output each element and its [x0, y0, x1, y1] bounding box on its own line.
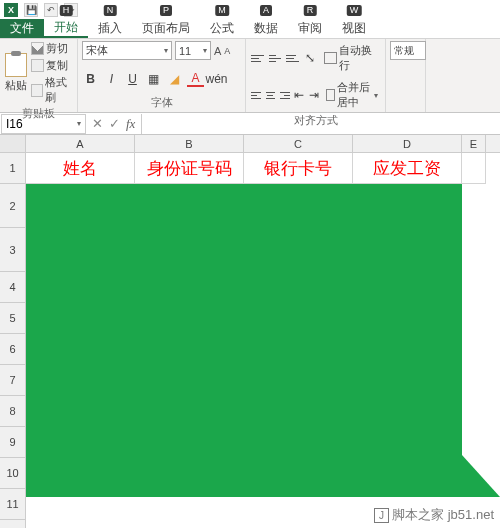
- name-box-value: I16: [6, 117, 23, 131]
- chevron-down-icon: ▾: [77, 119, 81, 128]
- col-header-D[interactable]: D: [353, 135, 462, 152]
- cut-button[interactable]: 剪切: [31, 41, 73, 56]
- cell-C1[interactable]: 银行卡号: [244, 153, 353, 184]
- select-all-corner[interactable]: [0, 135, 26, 152]
- format-painter-button[interactable]: 格式刷: [31, 75, 73, 105]
- watermark-logo-icon: J: [374, 508, 389, 523]
- insert-function-button[interactable]: fx: [126, 116, 135, 132]
- spreadsheet-grid: A B C D E 1 2 3 4 5 6 7 8 9 10 11 12 姓名 …: [0, 135, 500, 528]
- orientation-button[interactable]: ⤡: [303, 50, 318, 67]
- fill-color-button[interactable]: ◢: [166, 70, 183, 87]
- watermark-url: jb51.net: [448, 507, 494, 522]
- cancel-formula-button[interactable]: ✕: [92, 116, 103, 131]
- row-header-12[interactable]: 12: [0, 520, 26, 528]
- ribbon-tabs: 文件 开始H 插入N 页面布局P 公式M 数据A 审阅R 视图W: [0, 19, 500, 39]
- ribbon: 粘贴 剪切 复制 格式刷 剪贴板 宋体▾ 11▾ A A B I U ▦ ◢ A…: [0, 39, 500, 113]
- paste-button[interactable]: 粘贴: [4, 53, 28, 93]
- tab-data[interactable]: 数据A: [244, 19, 288, 38]
- copy-icon: [31, 59, 44, 72]
- row-header-2[interactable]: 2: [0, 184, 26, 228]
- italic-button[interactable]: I: [103, 70, 120, 87]
- group-alignment: ⤡ 自动换行 ⇤ ⇥ 合并后居中▾ 对齐方式: [246, 39, 386, 112]
- watermark: J脚本之家 jb51.net: [374, 506, 494, 524]
- align-left-button[interactable]: [250, 88, 262, 102]
- chevron-down-icon: ▾: [374, 91, 378, 100]
- row-header-5[interactable]: 5: [0, 303, 26, 334]
- tab-home[interactable]: 开始H: [44, 19, 88, 38]
- quick-save-button[interactable]: 💾: [24, 3, 38, 17]
- row-header-4[interactable]: 4: [0, 272, 26, 303]
- font-color-button[interactable]: A: [187, 70, 204, 87]
- tab-layout[interactable]: 页面布局P: [132, 19, 200, 38]
- tab-insert[interactable]: 插入N: [88, 19, 132, 38]
- cell-B1[interactable]: 身份证号码: [135, 153, 244, 184]
- align-center-button[interactable]: [265, 88, 277, 102]
- row-header-1[interactable]: 1: [0, 153, 26, 184]
- watermark-site: 脚本之家: [392, 507, 444, 522]
- merge-icon: [326, 89, 336, 101]
- row-header-8[interactable]: 8: [0, 396, 26, 427]
- cell-E1[interactable]: [462, 153, 486, 184]
- phonetic-button[interactable]: wén: [208, 70, 225, 87]
- row-header-3[interactable]: 3: [0, 228, 26, 272]
- underline-button[interactable]: U: [124, 70, 141, 87]
- cell-A1[interactable]: 姓名: [26, 153, 135, 184]
- group-font-label: 字体: [82, 94, 241, 110]
- align-right-button[interactable]: [279, 88, 291, 102]
- tab-review-label: 审阅: [298, 20, 322, 37]
- merge-center-button[interactable]: 合并后居中▾: [323, 78, 381, 112]
- grow-font-button[interactable]: A: [214, 45, 221, 57]
- column-headers: A B C D E: [0, 135, 500, 153]
- increase-indent-button[interactable]: ⇥: [308, 87, 320, 104]
- formula-input[interactable]: [141, 114, 500, 134]
- selection-corner: [462, 455, 500, 497]
- scissors-icon: [31, 42, 44, 55]
- font-size-select[interactable]: 11▾: [175, 41, 211, 60]
- key-hint-view: W: [347, 5, 362, 16]
- accept-formula-button[interactable]: ✓: [109, 116, 120, 131]
- cells-area[interactable]: 姓名 身份证号码 银行卡号 应发工资: [26, 153, 486, 528]
- key-hint-layout: P: [160, 5, 172, 16]
- border-button[interactable]: ▦: [145, 70, 162, 87]
- copy-label: 复制: [46, 58, 68, 73]
- row-header-6[interactable]: 6: [0, 334, 26, 365]
- group-font: 宋体▾ 11▾ A A B I U ▦ ◢ A wén 字体: [78, 39, 246, 112]
- key-hint-review: R: [304, 5, 317, 16]
- name-box[interactable]: I16▾: [1, 114, 86, 134]
- cell-D1[interactable]: 应发工资: [353, 153, 462, 184]
- align-top-button[interactable]: [250, 51, 265, 65]
- wrap-label: 自动换行: [339, 43, 378, 73]
- col-header-E[interactable]: E: [462, 135, 486, 152]
- tab-data-label: 数据: [254, 20, 278, 37]
- brush-icon: [31, 84, 42, 97]
- row-header-10[interactable]: 10: [0, 458, 26, 489]
- tab-insert-label: 插入: [98, 20, 122, 37]
- decrease-indent-button[interactable]: ⇤: [294, 87, 306, 104]
- col-header-C[interactable]: C: [244, 135, 353, 152]
- tab-formulas[interactable]: 公式M: [200, 19, 244, 38]
- row-header-9[interactable]: 9: [0, 427, 26, 458]
- selected-range[interactable]: [26, 184, 462, 497]
- bold-button[interactable]: B: [82, 70, 99, 87]
- align-middle-button[interactable]: [268, 51, 283, 65]
- wrap-text-button[interactable]: 自动换行: [321, 41, 381, 75]
- number-format-select[interactable]: 常规: [390, 41, 426, 60]
- font-name-select[interactable]: 宋体▾: [82, 41, 172, 60]
- align-bottom-button[interactable]: [285, 51, 300, 65]
- paste-label: 粘贴: [5, 78, 27, 93]
- shrink-font-button[interactable]: A: [224, 46, 230, 56]
- row-header-11[interactable]: 11: [0, 489, 26, 520]
- undo-button[interactable]: ↶: [44, 3, 58, 17]
- row-header-7[interactable]: 7: [0, 365, 26, 396]
- tab-view[interactable]: 视图W: [332, 19, 376, 38]
- cut-label: 剪切: [46, 41, 68, 56]
- tab-layout-label: 页面布局: [142, 20, 190, 37]
- col-header-A[interactable]: A: [26, 135, 135, 152]
- key-hint-formulas: M: [215, 5, 229, 16]
- wrap-icon: [324, 52, 337, 64]
- tab-file[interactable]: 文件: [0, 19, 44, 38]
- copy-button[interactable]: 复制: [31, 58, 73, 73]
- col-header-B[interactable]: B: [135, 135, 244, 152]
- tab-review[interactable]: 审阅R: [288, 19, 332, 38]
- format-label: 格式刷: [45, 75, 73, 105]
